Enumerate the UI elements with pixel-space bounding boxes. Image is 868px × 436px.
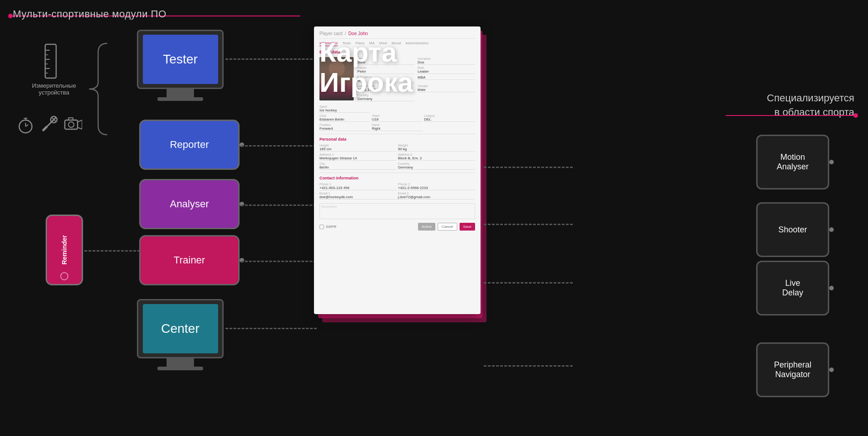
shooter-line [484, 224, 573, 225]
field-height: Height 185 cm [319, 144, 397, 152]
field-phone1: Phone 1 +421-903-123 456 [319, 183, 397, 190]
field-country-personal: Country Germany [398, 162, 475, 170]
center-module: Center [137, 299, 224, 370]
analyser-module: Analyser [139, 179, 240, 229]
ruler-icon [40, 43, 62, 82]
field-email2: Email 2 j.doe72@gmail.com [398, 192, 475, 200]
field-address2: Address 2 Block B, Em. 2 [398, 153, 475, 161]
field-surname: Surname Doe [418, 57, 475, 65]
reporter-line [241, 145, 316, 147]
page-title: Мульти-спортивные модули ПО [13, 8, 167, 20]
shooter-home-btn [829, 227, 834, 232]
camera-icon [64, 116, 82, 133]
tab-administration[interactable]: Administration [406, 41, 429, 46]
trainer-line [241, 261, 316, 262]
gdpr-label: GDPR [326, 225, 336, 229]
field-father: Father Peter [357, 66, 415, 74]
tester-line [225, 58, 317, 60]
player-card-ui: Player card / Doe John Information Tests… [314, 26, 481, 235]
basic-data-title: Basic data [319, 50, 475, 54]
brace-icon [84, 39, 112, 141]
peripheral-home-btn [829, 368, 834, 372]
card-header-sep: / [345, 31, 346, 36]
tab-plans[interactable]: Plans [356, 41, 365, 46]
card-header-title: Player card [319, 31, 343, 36]
motion-home-btn [829, 160, 834, 164]
field-dob: Date of birth 28.11.1972 [357, 84, 415, 92]
pink-dot-right [853, 113, 858, 118]
svg-line-13 [43, 127, 47, 130]
card-divider-1 [319, 134, 475, 134]
gdpr-checkbox[interactable] [319, 225, 324, 229]
field-hand: Hand Right [372, 123, 423, 131]
field-edu2: MBA [418, 75, 475, 83]
personal-data-title: Personal data [319, 137, 475, 142]
reminder-line [84, 250, 140, 252]
field-edu1: Education M.Sc. [357, 75, 415, 83]
field-city: City Berlin [319, 162, 397, 170]
trainer-module: Trainer [139, 235, 240, 285]
player-card-front: Player card / Doe John Information Tests… [314, 26, 481, 314]
peripheral-line [484, 365, 573, 367]
measuring-label: Измерительные устройства [32, 82, 76, 96]
peripheral-navigator-module: Peripheral Navigator [756, 342, 829, 397]
live-delay-module: Live Delay [756, 261, 829, 315]
svg-point-17 [68, 122, 74, 127]
contact-title: Contact information [319, 176, 475, 180]
field-team: Team U18 [372, 114, 423, 122]
player-photo [319, 57, 354, 100]
svg-marker-18 [78, 120, 82, 129]
reminder-module: Reminder [46, 215, 83, 285]
active-button[interactable]: Active [418, 223, 435, 231]
tab-ma[interactable]: MA [369, 41, 375, 46]
motion-line [484, 167, 573, 168]
field-position: Position Forward [319, 123, 371, 131]
tab-information[interactable]: Information [319, 41, 338, 46]
main-container: Мульти-спортивные модули ПО Специализиру… [0, 0, 868, 436]
svg-rect-19 [68, 118, 73, 120]
description-field[interactable]: Description [319, 203, 475, 219]
center-line [225, 328, 317, 329]
tester-module: Tester [137, 30, 224, 101]
field-country: Country Germany [357, 94, 415, 101]
card-divider-2 [319, 173, 475, 173]
field-club: Club Eisbaren Berlin [319, 114, 371, 122]
field-role: Role Leader [418, 66, 475, 74]
field-weight: Weight 90 kg [398, 144, 475, 152]
tab-mind[interactable]: Mind [379, 41, 387, 46]
tab-blood[interactable]: Blood [392, 41, 401, 46]
field-name: Name John [357, 57, 415, 65]
pink-dot-left [8, 14, 13, 18]
field-phone2: Phone 2 +421-2-5566 2233 [398, 183, 475, 190]
motion-analyser-module: Motion Analyser [756, 135, 829, 189]
save-button[interactable]: Save [460, 223, 475, 231]
stopwatch-icon [17, 116, 34, 136]
analyser-line [241, 205, 316, 206]
shooter-module: Shooter [756, 202, 829, 257]
reporter-module: Reporter [139, 120, 240, 170]
card-header-name: Doe John [348, 31, 368, 36]
field-league: League DEL [424, 114, 475, 122]
field-sport: Sport Ice hockey [319, 105, 371, 113]
pink-line-right [726, 115, 853, 116]
reminder-home-button [60, 272, 68, 280]
livedelay-line [484, 282, 573, 284]
player-card-stack: Player card / Doe John Information Tests… [314, 26, 492, 337]
tab-tests[interactable]: Tests [342, 41, 351, 46]
field-email1: Email 1 doe@hockeydb.com [319, 192, 397, 200]
cancel-button[interactable]: Cancel [438, 223, 457, 231]
field-address1: Address 1 Merkojugen Strasse 14 [319, 153, 397, 161]
field-gender: Gender Male [418, 84, 475, 92]
livedelay-home-btn [829, 286, 834, 290]
tools-icon [41, 114, 59, 134]
